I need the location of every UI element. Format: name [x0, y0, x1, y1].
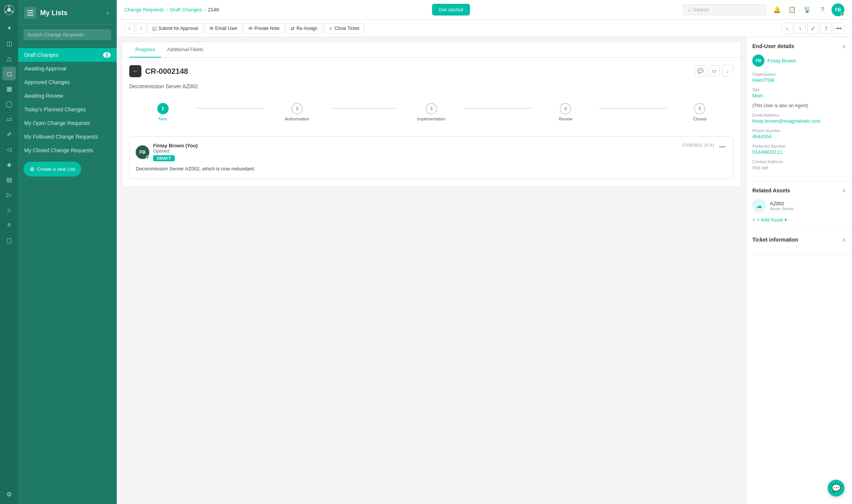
step-circle-impl: 3 — [426, 103, 437, 114]
add-asset-button[interactable]: + + Add Asset ▾ — [752, 215, 846, 224]
reassign-icon: ⇄ — [291, 26, 294, 31]
step-label-review: Review — [559, 117, 572, 121]
nav-alert-icon[interactable]: △ — [2, 51, 16, 65]
more-options-icon[interactable]: ••• — [833, 23, 844, 34]
preferred-label: Preferred Number — [752, 144, 846, 148]
sidebar-item-badge: 1 — [103, 52, 111, 58]
tab-additional-fields[interactable]: Additional Fields — [161, 42, 209, 58]
nav-book-icon[interactable]: ▤ — [2, 173, 16, 186]
preferred-value[interactable]: 01449833111 — [752, 149, 846, 155]
close-ticket-button[interactable]: ✓ Close Ticket — [324, 23, 364, 34]
nav-prev-icon[interactable]: ‹ — [782, 23, 793, 34]
email-user-button[interactable]: ✉ Email User — [205, 23, 243, 34]
svg-point-3 — [11, 11, 13, 13]
reassign-button[interactable]: ⇄ Re-Assign — [286, 23, 322, 34]
download-action-icon[interactable]: ↓ — [722, 65, 733, 76]
submit-approval-button[interactable]: ◱ Submit for Approval — [147, 23, 203, 34]
site-value[interactable]: Main — [752, 93, 846, 98]
nav-edit-icon[interactable]: ✐ — [2, 127, 16, 141]
chat-bubble-button[interactable]: 💬 — [828, 480, 844, 496]
nav-report-icon[interactable]: ≡ — [2, 218, 16, 232]
sidebar-collapse-button[interactable]: « — [105, 8, 111, 17]
app-logo[interactable] — [2, 3, 16, 17]
ticket-main: Progress Additional Fields ✏ CR-0002148 … — [117, 37, 746, 504]
asset-cloud-icon: ☁ — [752, 199, 766, 212]
end-user-name[interactable]: Finlay Brown — [767, 58, 796, 64]
header-search-input[interactable] — [693, 7, 761, 12]
agent-note-row: (This User is also an Agent) — [752, 103, 846, 108]
create-list-label: Create a new List — [37, 166, 75, 172]
search-icon: ⌕ — [688, 7, 691, 12]
comment-card: FB Finlay Brown (You) Opened DRAFT — [129, 136, 733, 179]
breadcrumb-sep-1: › — [166, 7, 168, 12]
nav-dashboard-icon[interactable]: ✦ — [2, 21, 16, 35]
sidebar-item-label: Today's Planned Changes — [24, 106, 86, 112]
ticket-title-left: ✏ CR-0002148 — [129, 65, 188, 77]
comment-more-button[interactable]: ••• — [717, 143, 727, 151]
comment-timestamp: 27/08/2021 15:41 — [682, 143, 715, 147]
ticket-id: CR-0002148 — [145, 67, 188, 76]
notification-icon[interactable]: 🔔 — [771, 4, 783, 16]
header-center: Get started — [432, 4, 470, 16]
nav-next-icon[interactable]: › — [794, 23, 806, 34]
step-line-3 — [465, 108, 532, 109]
tab-progress[interactable]: Progress — [129, 42, 161, 58]
step-label-new: New — [159, 117, 167, 121]
back-button[interactable]: ‹ — [124, 23, 134, 34]
nav-display-icon[interactable]: ▢ — [2, 233, 16, 247]
nav-monitor-icon[interactable]: ▭ — [2, 112, 16, 126]
svg-point-2 — [8, 6, 10, 8]
comment-avatar-online — [146, 156, 149, 159]
submit-icon: ◱ — [152, 26, 157, 31]
nav-tag-icon[interactable]: ◈ — [2, 158, 16, 171]
sidebar-search-input[interactable] — [23, 29, 111, 40]
organisation-value[interactable]: HaloITSM — [752, 77, 846, 83]
sidebar-item-approved-changes[interactable]: Approved Changes — [18, 75, 117, 89]
breadcrumb-change-requests[interactable]: Change Requests — [124, 7, 164, 12]
feed-icon[interactable]: 📡 — [801, 4, 813, 16]
ticket-info-collapse-icon[interactable]: ∧ — [842, 237, 846, 243]
user-avatar-button[interactable]: FB — [832, 3, 844, 16]
nav-changes-icon[interactable]: ◻ — [2, 67, 16, 80]
clipboard-icon[interactable]: 📋 — [786, 4, 798, 16]
sidebar-hamburger-button[interactable] — [24, 7, 36, 19]
breadcrumb-draft-changes[interactable]: Draft Changes — [170, 7, 202, 12]
private-note-button[interactable]: ✉ Private Note — [244, 23, 284, 34]
sidebar-item-followed-requests[interactable]: My Followed Change Requests — [18, 130, 117, 144]
nav-calendar-icon[interactable]: ▦ — [2, 82, 16, 95]
nav-settings-icon[interactable]: ⚙ — [2, 487, 16, 501]
email-value[interactable]: finlay.brown@imaginehalo.com — [752, 118, 846, 124]
nav-search-icon[interactable]: ⌕ — [2, 203, 16, 217]
expand-icon[interactable]: ⤢ — [807, 23, 819, 34]
avatar-initials: FB — [835, 7, 841, 12]
sidebar-item-draft-changes[interactable]: Draft Changes 1 — [18, 48, 117, 62]
assets-collapse-icon[interactable]: ∧ — [842, 187, 846, 193]
sidebar-item-todays-planned[interactable]: Today's Planned Changes — [18, 103, 117, 116]
sidebar-item-awaiting-review[interactable]: Awaiting Review — [18, 89, 117, 103]
forward-button[interactable]: › — [136, 23, 146, 34]
sidebar-item-awaiting-approval[interactable]: Awaiting Approval — [18, 62, 117, 75]
sidebar-item-open-requests[interactable]: My Open Change Requests — [18, 116, 117, 130]
phone-value[interactable]: 4644354 — [752, 134, 846, 139]
expand-action-icon[interactable]: ▭ — [708, 65, 720, 76]
submit-label: Submit for Approval — [158, 26, 198, 31]
get-started-button[interactable]: Get started — [432, 4, 470, 16]
end-user-section-title: End-User details — [752, 43, 794, 49]
nav-thumbsup-icon[interactable]: ◁ — [2, 142, 16, 156]
step-circle-review: 4 — [560, 103, 571, 114]
end-user-collapse-icon[interactable]: ∧ — [842, 43, 846, 49]
breadcrumb: Change Requests › Draft Changes › 2148 — [124, 7, 219, 12]
step-implementation: 3 Implementation — [398, 103, 465, 121]
sidebar-item-closed-requests[interactable]: My Closed Change Requests — [18, 144, 117, 157]
step-line-2 — [330, 108, 398, 109]
create-list-button[interactable]: ⊕ Create a new List — [23, 162, 81, 176]
nav-tickets-icon[interactable]: ◫ — [2, 36, 16, 50]
nav-user-icon[interactable]: ◯ — [2, 97, 16, 111]
comment-action-icon[interactable]: 💬 — [695, 65, 706, 76]
help-icon[interactable]: ? — [816, 4, 829, 16]
end-user-row: FB Finlay Brown — [752, 55, 846, 67]
end-user-avatar: FB — [752, 55, 764, 67]
nav-truck-icon[interactable]: ▷ — [2, 188, 16, 201]
share-icon[interactable]: ⤴ — [820, 23, 832, 34]
end-user-section-header: End-User details ∧ — [752, 43, 846, 49]
